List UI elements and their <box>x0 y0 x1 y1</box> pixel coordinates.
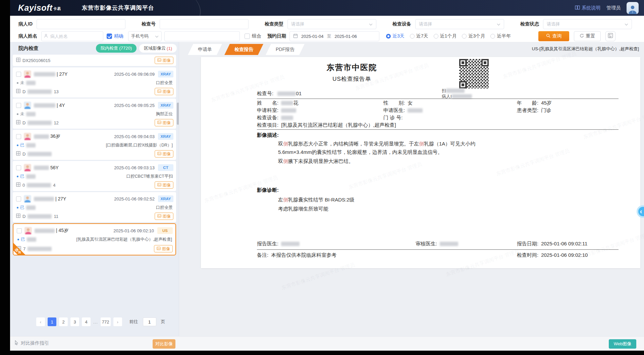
status-dot-icon <box>17 144 18 146</box>
phone-type-select[interactable]: 手机号码 <box>128 31 162 41</box>
reset-button[interactable]: 重置 <box>574 31 601 41</box>
quick-range-label: 近半年 <box>497 33 511 39</box>
compare-guide-link[interactable]: 对比操作指引 <box>14 340 49 346</box>
page-button-3[interactable]: 3 <box>70 317 79 326</box>
date-range-picker[interactable]: 2025-01-04 至 2025-01-06 <box>289 31 379 41</box>
item-checkbox[interactable] <box>16 134 21 139</box>
page-button-last[interactable]: 772 <box>101 317 111 326</box>
tab-pdf-report[interactable]: PDF报告 <box>266 44 305 55</box>
name-suffix: 花 <box>293 100 298 106</box>
item-checkbox[interactable] <box>16 103 21 108</box>
item-checkbox[interactable] <box>16 165 21 170</box>
open-image-button[interactable]: 图像 <box>155 213 173 220</box>
tab-exam-report[interactable]: 检查报告 <box>224 44 263 55</box>
phone-number-input[interactable] <box>164 31 240 41</box>
radio-icon <box>490 34 495 39</box>
status-dot-icon <box>17 239 19 240</box>
current-exam-context: US-[乳腺及其引流区淋巴结彩超（乳腺中心）,超声检查] <box>532 46 639 52</box>
tab-internal-exams[interactable]: 院内检查 (7720) <box>96 44 137 53</box>
quick-range-6m[interactable]: 近半年 <box>490 33 511 39</box>
tab-regional-cloud[interactable]: 区域影像云(1) <box>139 44 177 53</box>
item-checkbox[interactable] <box>17 228 22 233</box>
current-user-label[interactable]: 管理员 <box>606 5 621 11</box>
next-page-button[interactable]: › <box>113 317 122 326</box>
field-label: 报告医生: <box>257 241 278 246</box>
list-item[interactable]: | 27Y 2025-01-06 09:06:09 XRAY 未 口腔全景 D1… <box>13 67 176 98</box>
open-image-button[interactable]: 图像 <box>155 57 173 64</box>
item-checkbox[interactable] <box>16 196 21 201</box>
field-label: 门 诊 号: <box>383 115 403 120</box>
open-image-label: 图像 <box>163 182 171 188</box>
search-icon <box>546 34 550 39</box>
read-status: 已 <box>17 237 36 242</box>
list-item[interactable]: | 27Y 2025-01-06 09:02:52 XRAY 已 口腔全景 D1… <box>13 192 176 222</box>
qr-caption-redacted <box>452 94 472 99</box>
page-button-1[interactable]: 1 <box>48 317 56 326</box>
quick-range-3m[interactable]: 近3个月 <box>462 33 485 39</box>
status-dot-icon <box>17 113 18 115</box>
exam-type-select[interactable]: 请选择 <box>287 19 376 29</box>
patient-name-input[interactable] <box>41 31 103 41</box>
imaging-diagnosis-text: 左侧乳腺囊实性结节 BI-RADS:2级 考虑乳腺增生所致可能 <box>278 195 355 213</box>
patient-name-field <box>41 31 103 41</box>
compare-images-button[interactable]: 对比影像 <box>153 339 175 349</box>
web-image-button[interactable]: Web图像 <box>609 339 636 349</box>
quick-range-7d[interactable]: 近7天 <box>410 33 428 39</box>
status-text: 未 <box>20 111 24 117</box>
field-note: 备注:本报告仅供本院临床科室参考 <box>257 252 336 258</box>
exam-device-placeholder: 请选择 <box>419 21 432 27</box>
avatar <box>24 164 31 171</box>
panel-title: 院内检查 <box>18 45 39 52</box>
accession-id: DX250106015 <box>16 58 50 63</box>
open-image-button[interactable]: 图像 <box>155 88 173 95</box>
list-item[interactable]: 56Y 2025-01-06 09:03:13 CT 已 口腔CBCT锥形束CT… <box>13 161 176 191</box>
list-item[interactable]: | 4Y 2025-01-06 09:05:25 XRAY 未 胸部正位 D12… <box>13 99 176 129</box>
patient-age: 56Y <box>50 165 59 170</box>
open-image-button[interactable]: 图像 <box>154 245 173 252</box>
search-button-label: 查询 <box>552 33 562 39</box>
user-avatar[interactable] <box>627 2 639 14</box>
open-image-button[interactable]: 图像 <box>155 150 173 158</box>
system-help-link[interactable]: 系统说明 <box>575 5 600 11</box>
status-dot-icon <box>17 207 18 209</box>
accession-id-redacted <box>28 152 52 156</box>
quick-range-1m[interactable]: 近1个月 <box>434 33 457 39</box>
exam-device-select[interactable]: 请选择 <box>415 19 504 29</box>
search-button[interactable]: 查询 <box>538 31 569 41</box>
avatar <box>24 227 32 234</box>
page-button-4[interactable]: 4 <box>82 317 91 326</box>
goto-page-input[interactable] <box>143 317 156 326</box>
exam-datetime: 2025-01-06 09:02:52 <box>114 196 155 201</box>
exam-description: 口腔CBCT锥形束CT平扫 <box>126 174 173 179</box>
page-ellipsis[interactable]: ... <box>93 319 98 324</box>
item-checkbox[interactable] <box>16 72 21 77</box>
patient-id-input[interactable] <box>37 19 125 29</box>
page-button-2[interactable]: 2 <box>59 317 68 326</box>
exam-no-input[interactable] <box>160 19 249 29</box>
open-image-button[interactable]: 图像 <box>155 119 173 126</box>
list-item-selected[interactable]: | 45岁 2025-01-06 09:02:10 US 已 [乳腺及其引流区淋… <box>13 223 176 255</box>
open-image-button[interactable]: 图像 <box>155 181 173 189</box>
exam-status-select[interactable]: 请选择 <box>543 19 632 29</box>
exam-datetime: 2025-01-06 09:04:03 <box>114 134 155 139</box>
tab-request-form[interactable]: 申请单 <box>188 44 222 55</box>
patient-age: | 27Y <box>55 196 66 201</box>
date-separator: 至 <box>327 33 331 39</box>
list-item-partial[interactable]: DX250106015 图像 <box>13 55 176 66</box>
status-redacted <box>26 81 36 85</box>
combo-checkbox[interactable] <box>245 34 250 39</box>
hospital-name: 东营市中医院 <box>201 62 503 73</box>
quick-range-3d[interactable]: 近3天 <box>386 33 405 39</box>
prev-page-button[interactable]: ‹ <box>36 317 45 326</box>
layout-switch-button[interactable] <box>605 31 615 41</box>
list-item[interactable]: 36岁 2025-01-06 09:04:03 XRAY 已 [口腔曲面断层,口… <box>13 130 176 160</box>
patient-name-redacted <box>34 166 49 170</box>
field-label: 患者类型: <box>517 107 538 113</box>
description-paragraph: 双侧腋下未探及明显肿大淋巴结。 <box>278 157 493 165</box>
exact-checkbox[interactable] <box>107 34 112 39</box>
chevron-down-icon <box>497 22 500 27</box>
accession-id: 04 <box>16 182 55 188</box>
filter-bar: 病人ID 检查号 检查类型 请选择 检查设备 请选择 检查状态 请选择 病人姓名 <box>10 16 644 42</box>
patient-age: | 4Y <box>57 103 65 108</box>
exam-status-label: 检查状态 <box>520 21 539 27</box>
